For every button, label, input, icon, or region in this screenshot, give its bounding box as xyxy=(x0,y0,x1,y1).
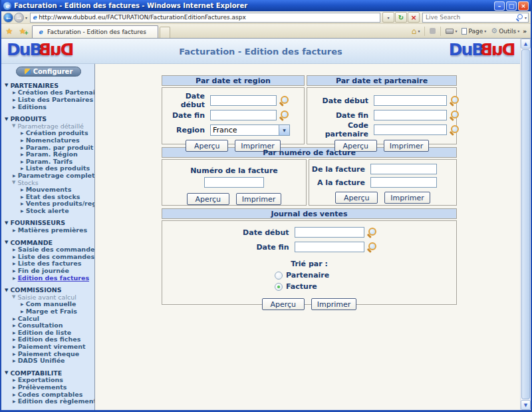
date-end-input[interactable] xyxy=(374,110,447,120)
triangle-down-icon[interactable]: ▼ xyxy=(5,220,8,226)
triangle-right-icon[interactable]: ▶ xyxy=(13,268,16,273)
triangle-right-icon[interactable]: ▶ xyxy=(13,254,16,259)
triangle-down-icon[interactable]: ▼ xyxy=(12,123,15,128)
search-input[interactable] xyxy=(423,14,516,21)
from-invoice-input[interactable] xyxy=(370,164,437,174)
address-dropdown-button[interactable]: ▾ xyxy=(382,12,394,23)
sidebar-item-stock-alerte[interactable]: ▶Stock alerte xyxy=(1,207,94,214)
to-invoice-input[interactable] xyxy=(370,177,437,188)
sidebar-item-saisie-avant-calcul[interactable]: ▼Saisie avant calcul xyxy=(1,294,94,301)
sidebar-item-com-manuelle[interactable]: ▶Com manuelle xyxy=(1,301,94,308)
radio-facture-row[interactable]: Facture xyxy=(275,281,344,292)
triangle-right-icon[interactable]: ▶ xyxy=(13,399,16,403)
sidebar-item-liste-des-partenaires[interactable]: ▶Liste des Partenaires xyxy=(1,96,94,103)
scrollbar-thumb[interactable] xyxy=(521,49,530,399)
vertical-scrollbar[interactable]: ▲ ▼ xyxy=(520,39,531,410)
sidebar-item-fournisseurs[interactable]: ▼FOURNISSEURS xyxy=(1,220,94,227)
forward-button[interactable]: → xyxy=(14,13,24,23)
imprimer-button-partenaire[interactable]: Imprimer xyxy=(384,140,430,152)
tools-menu-button[interactable]: ⚙Outils▾ xyxy=(489,27,521,35)
sidebar-item-editions[interactable]: ▶Editions xyxy=(1,103,94,110)
triangle-right-icon[interactable]: ▶ xyxy=(13,385,16,389)
tab-facturation[interactable]: e Facturation - Edition des factures xyxy=(32,25,158,38)
sidebar-item-codes-comptables[interactable]: ▶Codes comptables xyxy=(1,391,94,398)
sidebar-item-stocks[interactable]: ▼Stocks xyxy=(1,179,94,186)
radio-facture[interactable] xyxy=(275,283,283,291)
back-button[interactable]: ← xyxy=(3,13,13,23)
triangle-down-icon[interactable]: ▼ xyxy=(12,180,15,185)
favorites-button[interactable]: ★ xyxy=(3,25,16,37)
sidebar-item-liste-des-commandes[interactable]: ▶Liste des commandes xyxy=(1,253,94,260)
address-field[interactable]: e http://www.dubbud.eu/FACTURATION/Factu… xyxy=(30,13,380,23)
triangle-right-icon[interactable]: ▶ xyxy=(21,309,24,313)
refresh-button[interactable]: ↻ xyxy=(395,12,407,23)
triangle-right-icon[interactable]: ▶ xyxy=(21,138,24,142)
triangle-down-icon[interactable]: ▼ xyxy=(5,288,8,293)
chevron-down-icon[interactable]: ▼ xyxy=(279,125,289,135)
apercu-button-numero[interactable]: Aperçu xyxy=(187,193,229,205)
sidebar-item-fin-de-journee[interactable]: ▶Fin de journée xyxy=(1,267,94,274)
search-dropdown-icon[interactable]: ▾ xyxy=(525,15,527,20)
triangle-right-icon[interactable]: ▶ xyxy=(13,323,16,327)
triangle-down-icon[interactable]: ▼ xyxy=(5,370,8,375)
triangle-down-icon[interactable]: ▼ xyxy=(5,240,8,245)
history-dropdown-icon[interactable]: ▾ xyxy=(24,15,29,20)
triangle-down-icon[interactable]: ▼ xyxy=(12,294,15,300)
stop-button[interactable]: × xyxy=(408,12,420,23)
triangle-right-icon[interactable]: ▶ xyxy=(21,194,24,199)
triangle-right-icon[interactable]: ▶ xyxy=(13,358,16,363)
triangle-right-icon[interactable]: ▶ xyxy=(21,145,24,150)
print-button[interactable]: ▾ xyxy=(444,29,458,34)
more-commands-button[interactable]: » xyxy=(523,28,527,35)
sidebar-item-param-tarifs[interactable]: ▶Param. Tarifs xyxy=(1,158,94,165)
add-favorite-button[interactable]: ★+ xyxy=(16,25,29,37)
magnifier-icon[interactable] xyxy=(279,110,290,120)
page-menu-button[interactable]: Page▾ xyxy=(460,28,487,35)
triangle-right-icon[interactable]: ▶ xyxy=(13,228,16,232)
minimize-button[interactable]: – xyxy=(494,1,505,11)
sidebar-item-paiement-virement[interactable]: ▶Paiement virement xyxy=(1,343,94,350)
triangle-right-icon[interactable]: ▶ xyxy=(13,276,16,280)
sidebar-item-liste-des-produits[interactable]: ▶Liste des produits xyxy=(1,165,94,172)
apercu-button-region[interactable]: Aperçu xyxy=(186,140,228,152)
imprimer-button-journal[interactable]: Imprimer xyxy=(311,298,357,310)
triangle-right-icon[interactable]: ▶ xyxy=(13,316,16,321)
sidebar-item-liste-des-factures[interactable]: ▶Liste des factures xyxy=(1,260,94,268)
scroll-down-icon[interactable]: ▼ xyxy=(521,400,531,410)
magnifier-icon[interactable] xyxy=(450,110,460,120)
sidebar-item-nomenclatures[interactable]: ▶Nomenclatures xyxy=(1,136,94,144)
sidebar-item-edition-des-fiches[interactable]: ▶Edition des fiches xyxy=(1,336,94,343)
close-button[interactable]: × xyxy=(518,1,529,11)
radio-partenaire[interactable] xyxy=(275,272,283,280)
radio-partenaire-row[interactable]: Partenaire xyxy=(275,270,344,281)
triangle-right-icon[interactable]: ▶ xyxy=(13,344,16,349)
sidebar-item-edition-des-reglements[interactable]: ▶Edition des règlements xyxy=(1,397,94,405)
feeds-button[interactable] xyxy=(428,28,437,34)
imprimer-button-range[interactable]: Imprimer xyxy=(384,192,430,204)
sidebar-item-mouvements[interactable]: ▶Mouvements xyxy=(1,186,94,193)
triangle-right-icon[interactable]: ▶ xyxy=(13,97,16,102)
sidebar-item-paiement-cheque[interactable]: ▶Paiement cheque xyxy=(1,350,94,357)
triangle-right-icon[interactable]: ▶ xyxy=(13,351,16,356)
triangle-right-icon[interactable]: ▶ xyxy=(13,247,16,252)
triangle-down-icon[interactable]: ▼ xyxy=(5,83,8,88)
triangle-right-icon[interactable]: ▶ xyxy=(21,159,24,164)
sidebar-item-prelevements[interactable]: ▶Prélèvements xyxy=(1,383,94,391)
triangle-right-icon[interactable]: ▶ xyxy=(13,377,16,382)
sidebar-item-saisie-des-commandes[interactable]: ▶Saisie des commandes xyxy=(1,246,94,253)
magnifier-icon[interactable] xyxy=(450,95,460,106)
partner-code-input[interactable] xyxy=(374,124,447,135)
date-start-input[interactable] xyxy=(295,227,364,238)
apercu-button-journal[interactable]: Aperçu xyxy=(262,298,305,310)
apercu-button-range[interactable]: Aperçu xyxy=(335,192,378,204)
magnifier-icon[interactable] xyxy=(367,227,378,238)
date-end-input[interactable] xyxy=(210,110,277,120)
sidebar-item-marge-et-frais[interactable]: ▶Marge et Frais xyxy=(1,308,94,315)
triangle-right-icon[interactable]: ▶ xyxy=(21,130,24,135)
date-start-input[interactable] xyxy=(374,95,447,106)
triangle-down-icon[interactable]: ▼ xyxy=(5,116,8,122)
triangle-right-icon[interactable]: ▶ xyxy=(21,166,24,170)
sidebar-item-matieres-premieres[interactable]: ▶Matières premières xyxy=(1,226,94,234)
maximize-button[interactable]: □ xyxy=(506,1,517,11)
sidebar-item-ventes-produits-region[interactable]: ▶Ventes produits/region xyxy=(1,200,94,208)
